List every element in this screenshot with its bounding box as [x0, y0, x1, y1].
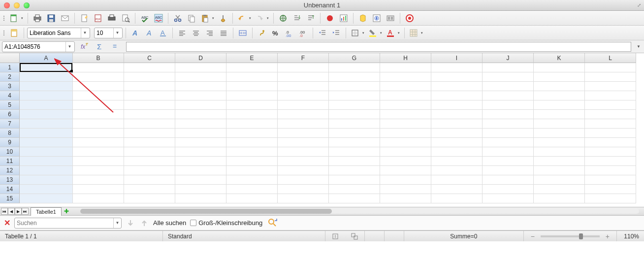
cell[interactable] [226, 91, 278, 100]
cell[interactable] [483, 185, 534, 194]
cell[interactable] [431, 82, 483, 91]
last-sheet-button[interactable]: ⏭ [22, 208, 29, 215]
cell[interactable] [585, 129, 636, 138]
cell[interactable] [329, 63, 380, 72]
formula-input[interactable] [126, 42, 631, 52]
zoom-control[interactable]: − + [523, 231, 616, 241]
cell[interactable] [585, 138, 636, 147]
row-header[interactable]: 4 [0, 91, 20, 100]
cell[interactable] [73, 157, 124, 166]
cell[interactable] [73, 147, 124, 157]
cell[interactable] [20, 110, 73, 119]
cell[interactable] [380, 185, 431, 194]
cell[interactable] [380, 119, 431, 129]
cell[interactable] [483, 119, 534, 129]
font-name-combo[interactable]: ▼ [27, 28, 90, 38]
cell[interactable] [534, 147, 585, 157]
cell[interactable] [380, 110, 431, 119]
cell[interactable] [20, 194, 73, 203]
cell[interactable] [329, 147, 380, 157]
cell[interactable] [124, 138, 175, 147]
font-color-button[interactable]: A [385, 27, 401, 39]
cell[interactable] [175, 157, 226, 166]
cell[interactable] [278, 194, 329, 203]
copy-button[interactable] [185, 12, 198, 25]
find-prev-button[interactable] [139, 218, 149, 228]
cell[interactable] [20, 185, 73, 194]
cell[interactable] [380, 72, 431, 82]
row-header[interactable]: 7 [0, 119, 20, 129]
cell[interactable] [380, 175, 431, 185]
cell[interactable] [278, 91, 329, 100]
cell[interactable] [175, 129, 226, 138]
cell[interactable] [585, 82, 636, 91]
align-center-button[interactable] [190, 27, 202, 39]
cell[interactable] [20, 157, 73, 166]
cell[interactable] [20, 91, 73, 100]
cell[interactable] [226, 63, 278, 72]
font-size-combo[interactable]: ▼ [94, 28, 123, 38]
cell[interactable] [431, 100, 483, 110]
cell[interactable] [585, 175, 636, 185]
styles-button[interactable] [8, 27, 21, 39]
cell[interactable] [124, 100, 175, 110]
cell[interactable] [534, 166, 585, 175]
cell[interactable] [175, 119, 226, 129]
cell[interactable] [278, 166, 329, 175]
dropdown-arrow-icon[interactable]: ▼ [81, 28, 89, 38]
cell[interactable] [380, 129, 431, 138]
cell[interactable] [534, 100, 585, 110]
cell[interactable] [124, 129, 175, 138]
column-header[interactable]: B [73, 53, 124, 63]
column-header[interactable]: I [431, 53, 483, 63]
cut-button[interactable] [171, 12, 184, 25]
cell[interactable] [534, 82, 585, 91]
cell[interactable] [483, 91, 534, 100]
row-header[interactable]: 8 [0, 129, 20, 138]
cell[interactable] [20, 100, 73, 110]
cell[interactable] [431, 175, 483, 185]
column-header[interactable]: C [124, 53, 175, 63]
cell[interactable] [431, 185, 483, 194]
cell[interactable] [226, 185, 278, 194]
cell[interactable] [483, 194, 534, 203]
cell[interactable] [278, 147, 329, 157]
cell[interactable] [585, 100, 636, 110]
row-header[interactable]: 3 [0, 82, 20, 91]
cell[interactable] [483, 100, 534, 110]
function-button[interactable]: = [110, 41, 122, 53]
next-sheet-button[interactable]: ▶ [15, 208, 22, 215]
cell[interactable] [124, 91, 175, 100]
dropdown-arrow-icon[interactable]: ▼ [113, 28, 121, 38]
cell[interactable] [329, 72, 380, 82]
cell[interactable] [380, 63, 431, 72]
selection-mode-indicator[interactable] [345, 231, 364, 241]
cell[interactable] [278, 119, 329, 129]
cell[interactable] [73, 100, 124, 110]
currency-button[interactable] [256, 27, 268, 39]
cell[interactable] [329, 185, 380, 194]
dropdown-arrow-icon[interactable]: ▼ [113, 218, 121, 228]
help-button[interactable] [403, 12, 416, 25]
cell[interactable] [175, 110, 226, 119]
cell[interactable] [20, 72, 73, 82]
column-header[interactable]: D [175, 53, 226, 63]
gallery-button[interactable] [384, 12, 397, 25]
cell[interactable] [380, 100, 431, 110]
format-paintbrush-button[interactable] [217, 12, 229, 25]
cell[interactable] [380, 157, 431, 166]
cell[interactable] [585, 185, 636, 194]
cell[interactable] [534, 72, 585, 82]
sheet-tab[interactable]: Tabelle1 [31, 207, 62, 216]
remove-decimal-button[interactable]: .00.0 [297, 27, 310, 39]
cell[interactable] [20, 63, 73, 72]
cell[interactable] [278, 72, 329, 82]
cell[interactable] [175, 82, 226, 91]
expand-icon[interactable]: ⤢ [637, 2, 641, 8]
cell[interactable] [73, 194, 124, 203]
cell[interactable] [20, 138, 73, 147]
cell[interactable] [124, 175, 175, 185]
cell[interactable] [20, 129, 73, 138]
cell[interactable] [175, 63, 226, 72]
cell[interactable] [585, 91, 636, 100]
